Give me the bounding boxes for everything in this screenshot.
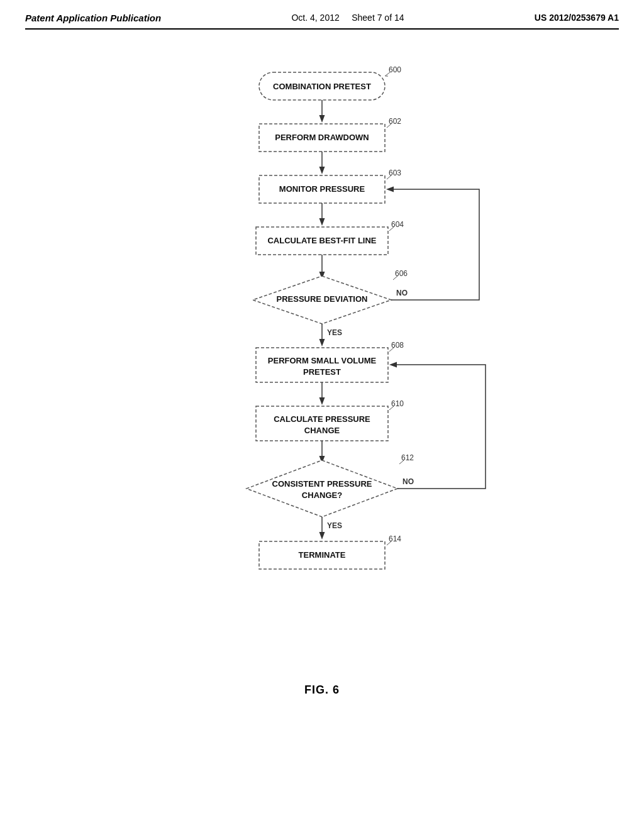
yes-label-606: YES [327, 328, 342, 337]
flowchart-svg: .box-rect { fill: white; stroke: #555; s… [127, 48, 517, 665]
node-614-label: TERMINATE [299, 550, 346, 560]
publication-label: Patent Application Publication [25, 13, 161, 23]
no-label-606: NO [396, 289, 408, 297]
node-606-label: PRESSURE DEVIATION [277, 294, 368, 304]
node-612-label-1: CONSISTENT PRESSURE [272, 479, 372, 489]
page: Patent Application Publication Oct. 4, 2… [0, 0, 644, 830]
node-608-label-2: PRETEST [303, 367, 341, 377]
figure-caption: FIG. 6 [304, 683, 340, 697]
patent-number: US 2012/0253679 A1 [535, 13, 619, 23]
node-603-label: MONITOR PRESSURE [279, 184, 365, 194]
publication-date: Oct. 4, 2012 [291, 13, 339, 23]
arrow-606-no-603 [388, 189, 479, 300]
header-center: Oct. 4, 2012 Sheet 7 of 14 [291, 13, 404, 23]
node-600-label: COMBINATION PRETEST [273, 82, 371, 91]
sheet-info: Sheet 7 of 14 [352, 13, 404, 23]
node-610-label-1: CALCULATE PRESSURE [274, 414, 370, 424]
node-602-label: PERFORM DRAWDOWN [275, 133, 369, 142]
node-608-label-1: PERFORM SMALL VOLUME [268, 356, 377, 365]
page-header: Patent Application Publication Oct. 4, 2… [25, 13, 619, 30]
ref-600: 600 [389, 65, 401, 74]
node-604-label: CALCULATE BEST-FIT LINE [267, 236, 376, 245]
node-610-label-2: CHANGE [304, 426, 340, 435]
flowchart-diagram: .box-rect { fill: white; stroke: #555; s… [25, 48, 619, 697]
no-label-612: NO [402, 477, 414, 486]
arrow-612-no-608 [391, 365, 486, 489]
yes-label-612: YES [327, 521, 342, 530]
node-612-label-2: CHANGE? [302, 490, 342, 500]
